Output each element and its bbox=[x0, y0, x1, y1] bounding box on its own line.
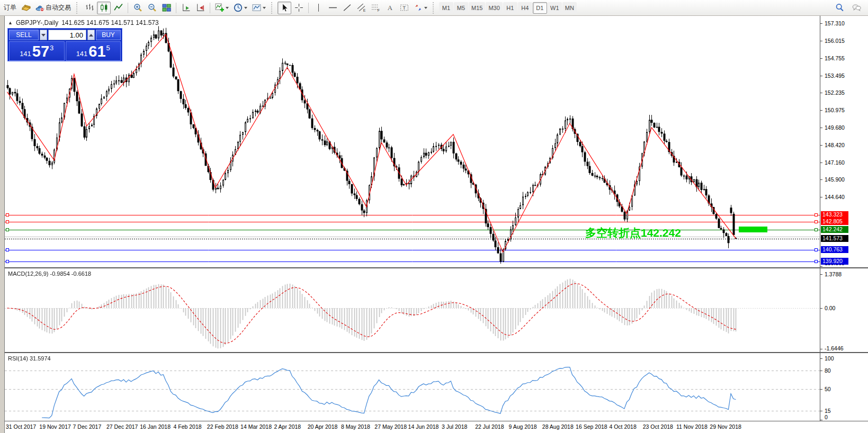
price-level-badge: 143.323 bbox=[821, 211, 848, 218]
rsi-axis[interactable]: 1008050150 bbox=[820, 353, 868, 421]
timeframe-w1-button[interactable]: W1 bbox=[548, 2, 562, 14]
sell-price-button[interactable]: 141573 bbox=[9, 41, 65, 61]
auto-scroll-button[interactable] bbox=[179, 2, 193, 14]
toolbar-separator bbox=[308, 3, 309, 13]
price-tick-label: 148.420 bbox=[825, 142, 845, 148]
timeframe-d1-button[interactable]: D1 bbox=[533, 2, 547, 14]
line-chart-button[interactable] bbox=[111, 2, 125, 14]
zoom-in-button[interactable] bbox=[131, 2, 145, 14]
sell-price-prefix: 141 bbox=[20, 50, 31, 58]
rsi-canvas[interactable] bbox=[5, 353, 820, 421]
chat-button[interactable] bbox=[849, 2, 863, 14]
price-tick-label: 152.235 bbox=[825, 89, 845, 96]
fibo-icon: F bbox=[371, 3, 380, 12]
label-icon: T bbox=[400, 3, 409, 12]
macd-axis[interactable]: 1.37880.00-1.6446 bbox=[820, 268, 868, 352]
price-tick-mark bbox=[820, 179, 822, 180]
chart-window: ▲ GBPJPY-,Daily 141.625 141.675 141.571 … bbox=[4, 16, 868, 433]
svg-text:A: A bbox=[387, 4, 392, 12]
svg-text:E: E bbox=[363, 8, 365, 12]
price-tick-label: 147.160 bbox=[825, 159, 845, 166]
trade-panel-top-row: SELL BUY bbox=[9, 30, 121, 40]
equidistant-channel-button[interactable]: E bbox=[354, 2, 368, 14]
chart-shift-icon bbox=[196, 3, 205, 12]
timeframe-mn-button[interactable]: MN bbox=[562, 2, 577, 14]
rsi-tick-label: 80 bbox=[825, 367, 831, 374]
tile-windows-button[interactable] bbox=[159, 2, 173, 14]
chart-symbol-title: GBPJPY-,Daily bbox=[16, 19, 58, 26]
macd-canvas[interactable] bbox=[5, 268, 820, 352]
autotrade-icon bbox=[35, 3, 44, 12]
new-order-button[interactable]: 订单 bbox=[2, 2, 19, 14]
crosshair-button[interactable] bbox=[292, 2, 306, 14]
rsi-tick-label: 100 bbox=[825, 355, 834, 362]
timeframe-m30-button[interactable]: M30 bbox=[486, 2, 502, 14]
arrows-dropdown[interactable] bbox=[411, 2, 429, 14]
time-axis-label: 19 Nov 2017 bbox=[39, 423, 71, 430]
chart-shift-button[interactable] bbox=[193, 2, 207, 14]
price-tick-mark bbox=[820, 197, 822, 197]
price-axis[interactable]: 157.310156.015154.755153.495152.235150.9… bbox=[820, 16, 868, 267]
trade-panel-price-row: 141573 141615 bbox=[9, 41, 121, 61]
timeframe-m15-button[interactable]: M15 bbox=[469, 2, 485, 14]
time-axis[interactable]: 31 Oct 201719 Nov 20177 Dec 201727 Dec 2… bbox=[5, 421, 868, 433]
indicators-icon bbox=[215, 3, 224, 12]
trendline-button[interactable] bbox=[340, 2, 354, 14]
time-axis-label: 3 Jul 2018 bbox=[442, 423, 467, 430]
collapse-trade-panel-icon[interactable]: ▲ bbox=[8, 20, 13, 25]
buy-price-sup: 5 bbox=[106, 44, 110, 52]
rsi-tick-label: 50 bbox=[825, 386, 831, 392]
vertical-line-button[interactable] bbox=[311, 2, 325, 14]
cursor-icon bbox=[280, 3, 289, 12]
text-label-button[interactable]: T bbox=[397, 2, 411, 14]
candlestick-chart-button[interactable] bbox=[97, 2, 111, 14]
auto-trading-button[interactable]: 自动交易 bbox=[33, 2, 73, 14]
vline-icon bbox=[314, 3, 323, 12]
rsi-tick-mark bbox=[820, 358, 822, 359]
timeframe-h4-button[interactable]: H4 bbox=[518, 2, 532, 14]
gold-icon bbox=[22, 3, 31, 12]
price-tick-mark bbox=[820, 76, 822, 76]
timeframe-h1-button[interactable]: H1 bbox=[503, 2, 517, 14]
search-button[interactable] bbox=[833, 2, 846, 14]
periods-dropdown[interactable] bbox=[231, 2, 249, 14]
macd-label: MACD(12,26,9) -0.9854 -0.6618 bbox=[8, 270, 91, 277]
indicators-dropdown[interactable] bbox=[213, 2, 231, 14]
timeframe-m1-button[interactable]: M1 bbox=[439, 2, 453, 14]
dropdown-caret-icon bbox=[244, 7, 247, 9]
buy-price-button[interactable]: 141615 bbox=[66, 41, 121, 61]
sell-button[interactable]: SELL bbox=[9, 30, 39, 40]
templates-dropdown[interactable] bbox=[250, 2, 268, 14]
price-tick-mark bbox=[820, 145, 822, 146]
price-tick-label: 144.640 bbox=[825, 194, 845, 200]
cursor-button[interactable] bbox=[278, 2, 291, 14]
time-axis-label: 28 Aug 2018 bbox=[542, 423, 574, 430]
candlestick-chart-canvas[interactable] bbox=[5, 16, 820, 267]
time-axis-label: 9 Aug 2018 bbox=[509, 423, 537, 430]
price-tick-mark bbox=[820, 58, 822, 59]
price-tick-label: 150.975 bbox=[825, 107, 845, 113]
price-tick-mark bbox=[820, 41, 822, 41]
time-axis-label: 4 Feb 2018 bbox=[174, 423, 202, 430]
price-tick-label: 157.310 bbox=[825, 20, 845, 26]
price-tick-label: 149.680 bbox=[825, 124, 845, 131]
price-tick-mark bbox=[820, 110, 822, 111]
text-button[interactable]: A bbox=[383, 2, 397, 14]
horizontal-line-button[interactable] bbox=[326, 2, 339, 14]
volume-input[interactable] bbox=[48, 30, 86, 40]
volume-increase-button[interactable] bbox=[87, 30, 95, 40]
bar-chart-button[interactable] bbox=[83, 2, 96, 14]
pivot-highlight-rectangle[interactable] bbox=[739, 227, 767, 232]
gold-quick-trade-button[interactable] bbox=[19, 2, 33, 14]
bar-chart-icon bbox=[85, 3, 94, 12]
clock-icon bbox=[234, 3, 243, 12]
pivot-annotation-text[interactable]: 多空转折点142.242 bbox=[585, 225, 681, 240]
price-level-badge: 142.805 bbox=[821, 218, 848, 225]
volume-decrease-button[interactable] bbox=[40, 30, 47, 40]
price-tick-mark bbox=[820, 93, 822, 93]
timeframe-m5-button[interactable]: M5 bbox=[454, 2, 468, 14]
fibonacci-button[interactable]: F bbox=[369, 2, 382, 14]
buy-button[interactable]: BUY bbox=[96, 30, 121, 40]
zoom-out-button[interactable] bbox=[145, 2, 159, 14]
macd-tick-mark bbox=[820, 349, 822, 349]
